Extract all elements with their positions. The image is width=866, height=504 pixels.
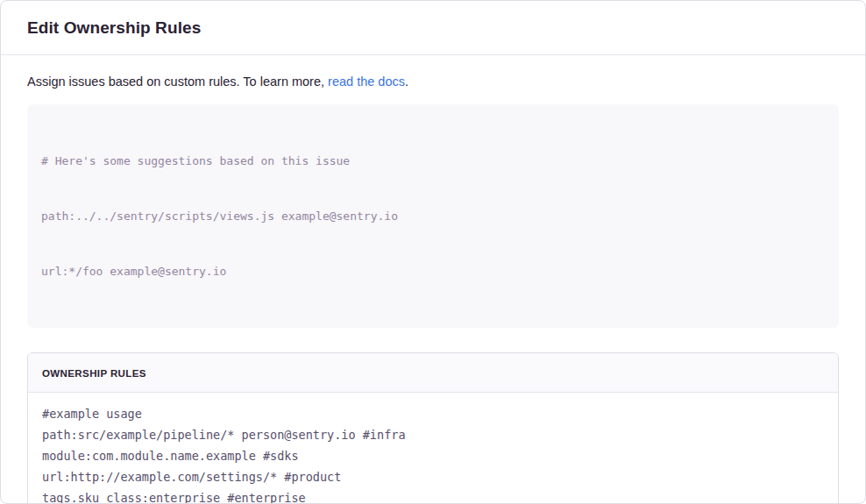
description-before-link: Assign issues based on custom rules. To …: [27, 75, 328, 89]
read-the-docs-link[interactable]: read the docs: [328, 75, 405, 89]
ownership-rules-textarea[interactable]: #example usage path:src/example/pipeline…: [28, 393, 838, 504]
suggestion-line: url:*/foo example@sentry.io: [41, 262, 825, 280]
modal-body: Assign issues based on custom rules. To …: [1, 55, 865, 504]
modal-header: Edit Ownership Rules: [1, 1, 865, 55]
description-text: Assign issues based on custom rules. To …: [27, 75, 839, 89]
ownership-rules-panel-title: OWNERSHIP RULES: [42, 368, 146, 379]
edit-ownership-rules-modal: Edit Ownership Rules Assign issues based…: [0, 0, 866, 504]
ownership-rules-panel-header: OWNERSHIP RULES: [28, 353, 838, 393]
description-suffix: .: [405, 75, 408, 89]
suggestions-code-block: # Here's some suggestions based on this …: [27, 104, 839, 328]
page-title: Edit Ownership Rules: [27, 18, 201, 38]
ownership-rules-panel: OWNERSHIP RULES #example usage path:src/…: [27, 352, 839, 504]
suggestion-line: path:../../sentry/scripts/views.js examp…: [41, 207, 825, 225]
suggestion-line: # Here's some suggestions based on this …: [41, 152, 825, 170]
